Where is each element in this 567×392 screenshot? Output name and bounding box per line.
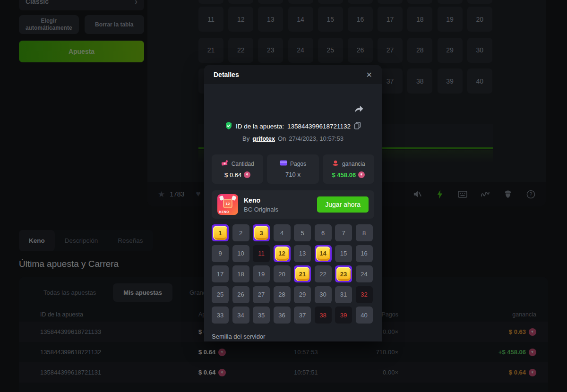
stat-label-text: Cantidad	[232, 161, 254, 167]
grid-number: 6	[315, 224, 332, 241]
verified-shield-icon	[225, 122, 232, 131]
wallet-icon	[280, 160, 287, 167]
gold-gem: 21	[295, 267, 309, 281]
stat-cantidad: Cantidad$ 0.64	[212, 154, 263, 184]
modal-title: Detalles	[214, 71, 239, 78]
stat-label-text: Pagos	[290, 161, 306, 167]
grid-number: 24	[356, 265, 373, 282]
gold-gem: 14	[316, 247, 330, 261]
grid-number: 26	[232, 286, 249, 303]
copy-icon[interactable]	[354, 122, 361, 131]
grid-number: 19	[253, 265, 270, 282]
grid-number-hit: 1	[212, 224, 229, 241]
grid-number: 16	[356, 245, 373, 262]
page: 1112131415161718192021222324252627282930…	[0, 0, 567, 392]
game-provider: BC Originals	[244, 206, 278, 213]
stat-value: $ 458.06	[332, 171, 365, 179]
grid-number-drawn: 39	[335, 307, 352, 324]
on-label: On	[278, 135, 286, 142]
close-icon[interactable]: ✕	[366, 70, 372, 79]
stat-label: ganancia	[332, 160, 365, 168]
stat-value: 710 x	[285, 171, 301, 178]
grid-number: 37	[294, 307, 311, 324]
grid-number: 36	[274, 307, 291, 324]
grid-number-drawn: 38	[315, 307, 332, 324]
stat-label-text: ganancia	[342, 161, 365, 167]
username-link[interactable]: grifotex	[252, 135, 275, 142]
gold-gem: 12	[275, 247, 289, 261]
bet-datetime: 27/4/2023, 10:57:53	[289, 135, 344, 142]
bet-id-label: ID de la apuesta:	[236, 123, 284, 130]
stat-value: $ 0.64	[224, 171, 250, 179]
grid-number-drawn: 32	[356, 286, 373, 303]
grid-number: 25	[212, 286, 229, 303]
grid-number-drawn: 11	[253, 245, 270, 262]
grid-number: 22	[315, 265, 332, 282]
grid-number-hit: 23	[335, 265, 352, 282]
result-number-grid: 1234567891011121314151617181920212223242…	[212, 224, 374, 324]
grid-number: 8	[356, 224, 373, 241]
game-name: Keno	[244, 196, 278, 204]
grid-number: 35	[253, 307, 270, 324]
game-tile-number: 12	[223, 199, 232, 208]
keno-game-icon: 12 KENO	[217, 194, 238, 215]
grid-number-hit: 21	[294, 265, 311, 282]
trx-coin-icon	[358, 171, 365, 178]
game-card: 12 KENO Keno BC Originals Jugar ahora	[212, 190, 374, 219]
server-seed-label: Semilla del servidor	[212, 333, 374, 340]
grid-number: 4	[274, 224, 291, 241]
play-now-button[interactable]: Jugar ahora	[317, 196, 369, 213]
grid-number-hit: 3	[253, 224, 270, 241]
trx-coin-icon	[244, 171, 250, 178]
grid-number: 34	[232, 307, 249, 324]
bet-stats: Cantidad$ 0.64Pagos710 xganancia$ 458.06	[212, 154, 374, 184]
payout-icon	[332, 160, 339, 168]
grid-number-hit: 14	[315, 245, 332, 262]
grid-number: 17	[212, 265, 229, 282]
stat-ganancia: ganancia$ 458.06	[323, 154, 374, 184]
stat-label: Cantidad	[221, 160, 254, 168]
details-modal: Detalles ✕ ID de la apuesta: 13584439961…	[204, 65, 382, 341]
game-tile-badge: KENO	[219, 210, 229, 213]
stat-pagos: Pagos710 x	[267, 154, 318, 184]
grid-number-hit: 12	[274, 245, 291, 262]
cash-icon	[221, 160, 229, 168]
grid-number: 10	[232, 245, 249, 262]
by-label: By	[242, 135, 249, 142]
grid-number: 5	[294, 224, 311, 241]
grid-number: 40	[356, 307, 373, 324]
grid-number: 2	[232, 224, 249, 241]
gold-gem: 23	[336, 267, 351, 281]
share-icon[interactable]	[353, 104, 364, 115]
grid-number: 13	[294, 245, 311, 262]
grid-number: 33	[212, 307, 229, 324]
grid-number: 20	[274, 265, 291, 282]
grid-number: 9	[212, 245, 229, 262]
grid-number: 27	[253, 286, 270, 303]
grid-number: 7	[335, 224, 352, 241]
grid-number: 28	[274, 286, 291, 303]
grid-number: 18	[232, 265, 249, 282]
grid-number: 31	[335, 286, 352, 303]
stat-label: Pagos	[280, 160, 306, 167]
bet-id-value: 135844399618721132	[287, 123, 351, 130]
modal-header: Detalles ✕	[204, 65, 382, 84]
modal-body: ID de la apuesta: 135844399618721132 By …	[204, 84, 382, 341]
gold-gem: 3	[254, 226, 268, 240]
grid-number: 30	[315, 286, 332, 303]
gold-gem: 1	[213, 226, 227, 240]
grid-number: 15	[335, 245, 352, 262]
grid-number: 29	[294, 286, 311, 303]
